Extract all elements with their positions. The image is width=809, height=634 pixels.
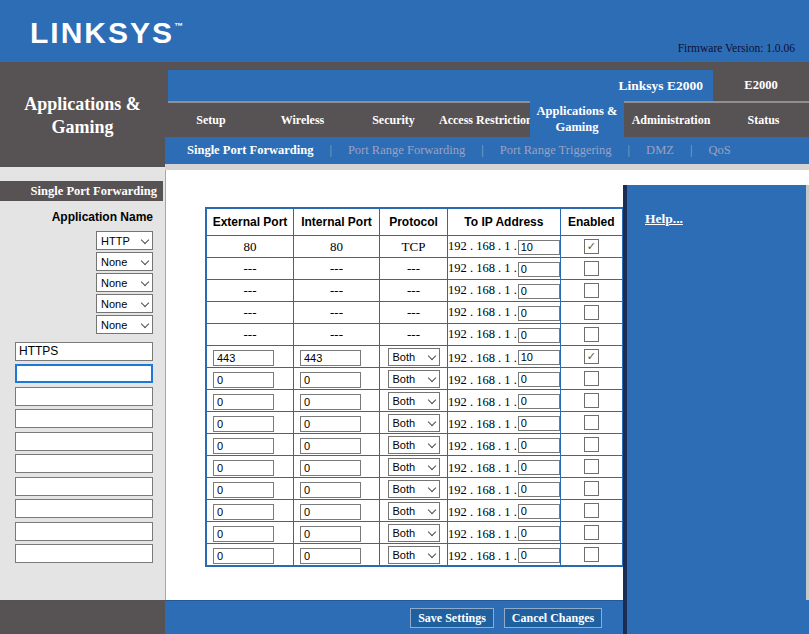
enabled-checkbox[interactable]	[584, 481, 599, 496]
application-name-input-0[interactable]	[15, 342, 153, 361]
application-name-input-9[interactable]	[15, 544, 153, 563]
external-port-input[interactable]	[213, 526, 274, 542]
ip-last-octet-input[interactable]	[518, 526, 560, 541]
application-name-input-6[interactable]	[15, 477, 153, 496]
subnav-item-port-range-forwarding[interactable]: Port Range Forwarding	[348, 143, 465, 158]
ip-last-octet-input[interactable]	[518, 262, 560, 277]
internal-port-input[interactable]	[300, 416, 361, 432]
application-select-4[interactable]: None	[96, 315, 153, 334]
internal-port-input[interactable]	[300, 548, 361, 564]
external-port-input[interactable]	[213, 350, 274, 366]
application-name-input-1[interactable]	[15, 364, 153, 383]
internal-port-cell: ---	[294, 258, 380, 280]
protocol-select[interactable]: Both	[388, 524, 440, 542]
tab-applications-gaming[interactable]: Applications & Gaming	[530, 100, 624, 137]
help-link[interactable]: Help...	[645, 211, 683, 227]
table-row: ---------192 . 168 . 1 .	[206, 280, 623, 302]
application-name-input-5[interactable]	[15, 454, 153, 473]
protocol-select[interactable]: Both	[388, 348, 440, 366]
protocol-select[interactable]: Both	[388, 392, 440, 410]
external-port-input[interactable]	[213, 372, 274, 388]
internal-port-cell	[294, 500, 380, 522]
ip-last-octet-input[interactable]	[518, 372, 560, 387]
protocol-cell: Both	[380, 544, 448, 567]
external-port-input[interactable]	[213, 460, 274, 476]
application-name-input-8[interactable]	[15, 522, 153, 541]
external-port-input[interactable]	[213, 548, 274, 564]
tab-setup[interactable]: Setup	[165, 103, 257, 137]
ip-last-octet-input[interactable]	[518, 240, 560, 255]
enabled-checkbox[interactable]	[584, 283, 599, 298]
external-port-input[interactable]	[213, 482, 274, 498]
application-select-3[interactable]: None	[96, 294, 153, 313]
external-port-input[interactable]	[213, 504, 274, 520]
tab-wireless[interactable]: Wireless	[257, 103, 348, 137]
ip-last-octet-input[interactable]	[518, 350, 560, 365]
ip-last-octet-input[interactable]	[518, 416, 560, 431]
enabled-checkbox[interactable]	[584, 503, 599, 518]
enabled-checkbox[interactable]: ✓	[584, 349, 599, 364]
external-port-cell	[206, 390, 294, 412]
ip-last-octet-input[interactable]	[518, 438, 560, 453]
external-port-input[interactable]	[213, 416, 274, 432]
save-settings-button[interactable]: Save Settings	[410, 608, 494, 628]
external-port-input[interactable]	[213, 394, 274, 410]
subnav-item-qos[interactable]: QoS	[708, 143, 730, 158]
ip-last-octet-input[interactable]	[518, 482, 560, 497]
internal-port-input[interactable]	[300, 394, 361, 410]
enabled-checkbox[interactable]	[584, 261, 599, 276]
application-name-input-2[interactable]	[15, 387, 153, 406]
enabled-checkbox[interactable]	[584, 371, 599, 386]
table-row: Both192 . 168 . 1 .	[206, 390, 623, 412]
tab-status[interactable]: Status	[718, 103, 809, 137]
subnav-item-single-port-forwarding[interactable]: Single Port Forwarding	[187, 143, 313, 158]
application-select-1[interactable]: None	[96, 252, 153, 271]
enabled-checkbox[interactable]	[584, 459, 599, 474]
protocol-select[interactable]: Both	[388, 436, 440, 454]
internal-port-cell: ---	[294, 302, 380, 324]
ip-last-octet-input[interactable]	[518, 548, 560, 563]
external-port-cell	[206, 434, 294, 456]
enabled-checkbox[interactable]	[584, 525, 599, 540]
internal-port-input[interactable]	[300, 372, 361, 388]
protocol-select[interactable]: Both	[388, 414, 440, 432]
protocol-select[interactable]: Both	[388, 480, 440, 498]
external-port-input[interactable]	[213, 438, 274, 454]
internal-port-input[interactable]	[300, 526, 361, 542]
enabled-checkbox[interactable]	[584, 547, 599, 562]
application-name-input-3[interactable]	[15, 409, 153, 428]
internal-port-input[interactable]	[300, 350, 361, 366]
select-value: Both	[393, 461, 416, 473]
internal-port-input[interactable]	[300, 438, 361, 454]
tab-security[interactable]: Security	[348, 103, 439, 137]
enabled-checkbox[interactable]	[584, 393, 599, 408]
ip-last-octet-input[interactable]	[518, 460, 560, 475]
protocol-select[interactable]: Both	[388, 458, 440, 476]
ip-last-octet-input[interactable]	[518, 394, 560, 409]
enabled-checkbox[interactable]	[584, 327, 599, 342]
internal-port-input[interactable]	[300, 482, 361, 498]
ip-last-octet-input[interactable]	[518, 504, 560, 519]
subnav-item-port-range-triggering[interactable]: Port Range Triggering	[500, 143, 612, 158]
ip-last-octet-input[interactable]	[518, 306, 560, 321]
enabled-checkbox[interactable]	[584, 437, 599, 452]
subnav-item-dmz[interactable]: DMZ	[646, 143, 674, 158]
protocol-select[interactable]: Both	[388, 546, 440, 564]
enabled-checkbox[interactable]	[584, 305, 599, 320]
protocol-select[interactable]: Both	[388, 370, 440, 388]
protocol-select[interactable]: Both	[388, 502, 440, 520]
tab-access-restrictions[interactable]: Access Restrictions	[439, 103, 530, 137]
internal-port-input[interactable]	[300, 460, 361, 476]
ip-last-octet-input[interactable]	[518, 284, 560, 299]
ip-last-octet-input[interactable]	[518, 328, 560, 343]
enabled-checkbox[interactable]	[584, 415, 599, 430]
tab-administration[interactable]: Administration	[624, 103, 718, 137]
application-select-2[interactable]: None	[96, 273, 153, 292]
internal-port-input[interactable]	[300, 504, 361, 520]
application-select-0[interactable]: HTTP	[96, 231, 153, 250]
application-name-input-4[interactable]	[15, 432, 153, 451]
enabled-checkbox[interactable]: ✓	[584, 239, 599, 254]
cancel-changes-button[interactable]: Cancel Changes	[504, 608, 602, 628]
external-port-cell	[206, 456, 294, 478]
application-name-input-7[interactable]	[15, 499, 153, 518]
